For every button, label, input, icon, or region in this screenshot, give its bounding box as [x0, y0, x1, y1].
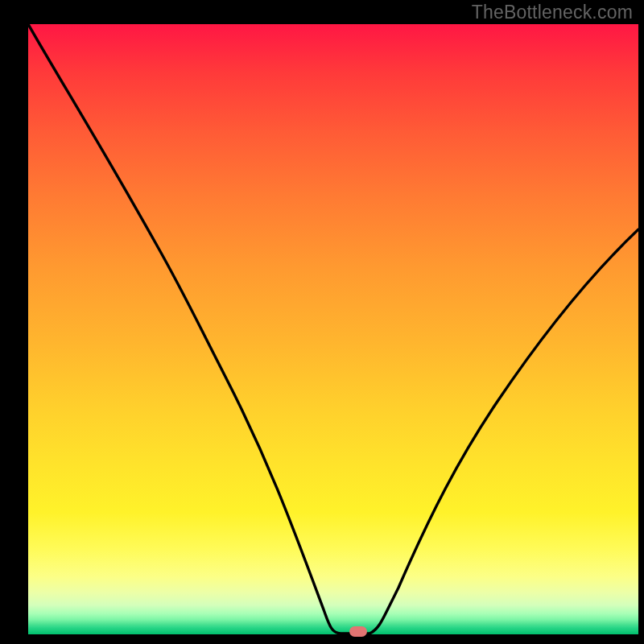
plot-area — [28, 24, 638, 634]
curve-svg — [28, 24, 638, 634]
attribution-text: TheBottleneck.com — [472, 2, 633, 23]
chart-stage: TheBottleneck.com — [0, 0, 644, 644]
optimum-marker — [349, 626, 367, 637]
bottleneck-curve-path — [28, 24, 638, 634]
